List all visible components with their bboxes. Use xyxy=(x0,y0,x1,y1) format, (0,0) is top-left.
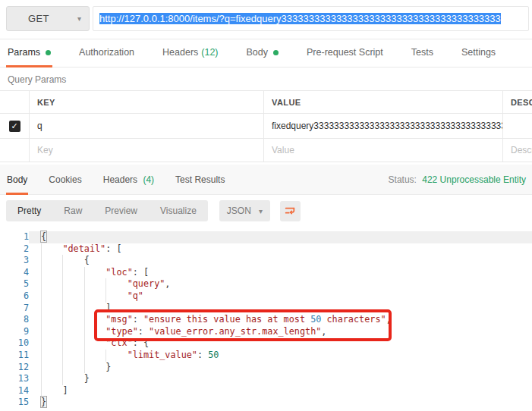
tab-settings-label: Settings xyxy=(461,47,496,58)
indent-guide xyxy=(105,278,127,290)
tab-tests-label: Tests xyxy=(411,47,433,58)
indent-guide xyxy=(84,303,105,315)
indent-guide xyxy=(62,267,83,279)
param-value-field[interactable]: fixedquery333333333333333333333333333333… xyxy=(263,114,502,138)
indent-guide xyxy=(41,350,62,362)
column-header-key: KEY xyxy=(29,91,263,113)
response-tab-headers-label: Headers xyxy=(103,174,137,185)
indent-guide xyxy=(84,290,105,303)
indent-guide xyxy=(41,337,62,350)
response-tab-test-results[interactable]: Test Results xyxy=(175,167,225,195)
param-description-field[interactable] xyxy=(502,114,532,138)
code-line: 4"loc": [ xyxy=(0,267,532,279)
line-number: 6 xyxy=(0,290,29,303)
tab-pre-request-script[interactable]: Pre-request Script xyxy=(305,39,385,67)
new-value-input[interactable]: Value xyxy=(263,139,502,162)
indent-guide xyxy=(41,326,62,338)
indent-guide xyxy=(62,314,83,326)
tab-params-label: Params xyxy=(8,47,40,58)
headers-count-badge: (12) xyxy=(201,47,218,58)
tab-headers[interactable]: Headers (12) xyxy=(161,39,219,67)
column-header-description: DESCRIPTION xyxy=(502,91,532,113)
indent-guide xyxy=(62,362,83,374)
response-tab-headers[interactable]: Headers (4) xyxy=(102,167,155,195)
code-line: 8"msg": "ensure this value has at most 5… xyxy=(0,314,532,326)
view-mode-preview[interactable]: Preview xyxy=(93,200,149,221)
format-select[interactable]: JSON ▾ xyxy=(219,200,270,221)
line-number: 2 xyxy=(0,243,29,256)
tab-authorization[interactable]: Authorization xyxy=(77,39,136,67)
params-active-dot-icon xyxy=(46,50,51,55)
wrap-lines-button[interactable] xyxy=(280,201,301,221)
indent-guide xyxy=(84,337,105,350)
url-selected-text: http://127.0.0.1:8000/items/?q=fixedquer… xyxy=(99,13,501,24)
line-number: 7 xyxy=(0,303,29,315)
response-tab-test-results-label: Test Results xyxy=(175,174,225,185)
code-line: 10"ctx": { xyxy=(0,337,532,350)
empty-checkbox-cell xyxy=(0,139,29,162)
new-description-input[interactable]: Description xyxy=(502,139,532,162)
wrap-text-icon xyxy=(284,205,296,217)
line-number: 15 xyxy=(0,397,29,409)
line-number: 11 xyxy=(0,350,29,362)
line-number: 14 xyxy=(0,385,29,397)
indent-guide xyxy=(41,267,62,279)
tab-settings[interactable]: Settings xyxy=(460,39,497,67)
indent-guide xyxy=(84,267,105,279)
indent-guide xyxy=(84,278,105,290)
new-key-input[interactable]: Key xyxy=(29,139,263,162)
indent-guide xyxy=(62,350,83,362)
tab-params[interactable]: Params xyxy=(6,39,52,67)
indent-guide xyxy=(41,290,62,303)
indent-guide xyxy=(105,350,127,362)
indent-guide xyxy=(84,326,105,338)
response-toolbar: Pretty Raw Preview Visualize JSON ▾ xyxy=(0,195,532,227)
indent-guide xyxy=(41,255,62,267)
indent-guide xyxy=(41,303,62,315)
indent-guide xyxy=(62,303,83,315)
code-lines: 1{2"detail": [3{4"loc": [5"query",6"q"7]… xyxy=(0,231,532,409)
header-checkbox-cell xyxy=(0,91,29,113)
response-tab-body-label: Body xyxy=(7,174,27,185)
chevron-down-icon: ▾ xyxy=(259,207,263,215)
request-tabs: Params Authorization Headers (12) Body P… xyxy=(0,39,532,67)
view-mode-pretty[interactable]: Pretty xyxy=(6,200,52,221)
line-number: 8 xyxy=(0,314,29,326)
code-line: 11"limit_value": 50 xyxy=(0,350,532,362)
indent-guide xyxy=(84,362,105,374)
view-mode-raw[interactable]: Raw xyxy=(52,200,93,221)
code-line: 7], xyxy=(0,303,532,315)
method-select[interactable]: GET ▾ xyxy=(6,6,90,31)
query-params-heading: Query Params xyxy=(8,74,532,85)
tab-tests[interactable]: Tests xyxy=(410,39,435,67)
param-enabled-checkbox[interactable]: ✓ xyxy=(9,121,20,132)
status-badge[interactable]: 422 Unprocessable Entity xyxy=(422,174,526,185)
response-header: Body Cookies Headers (4) Test Results St… xyxy=(0,165,532,195)
response-tab-cookies-label: Cookies xyxy=(49,174,81,185)
line-number: 13 xyxy=(0,373,29,385)
indent-guide xyxy=(84,314,105,326)
chevron-down-icon: ▾ xyxy=(77,14,81,23)
tab-body-label: Body xyxy=(247,47,269,58)
response-tab-cookies[interactable]: Cookies xyxy=(48,167,82,195)
tab-body[interactable]: Body xyxy=(245,39,281,67)
code-line: 1{ xyxy=(0,231,532,243)
format-value: JSON xyxy=(227,206,251,216)
indent-guide xyxy=(41,314,62,326)
request-url-bar: GET ▾ http://127.0.0.1:8000/items/?q=fix… xyxy=(0,0,532,39)
row-checkbox-cell: ✓ xyxy=(0,114,29,138)
indent-guide xyxy=(41,362,62,374)
line-number: 3 xyxy=(0,255,29,267)
code-line: 15} xyxy=(0,397,532,409)
indent-guide xyxy=(41,385,62,397)
view-mode-visualize[interactable]: Visualize xyxy=(149,200,208,221)
code-line: 14] xyxy=(0,385,532,397)
response-tab-body[interactable]: Body xyxy=(6,167,28,195)
param-key-field[interactable]: q xyxy=(29,114,263,138)
tab-authorization-label: Authorization xyxy=(79,47,134,58)
table-row: ✓ q fixedquery33333333333333333333333333… xyxy=(0,114,532,139)
column-header-value: VALUE xyxy=(263,91,502,113)
url-input[interactable]: http://127.0.0.1:8000/items/?q=fixedquer… xyxy=(93,6,529,31)
table-header-row: KEY VALUE DESCRIPTION xyxy=(0,91,532,114)
indent-guide xyxy=(62,373,83,385)
